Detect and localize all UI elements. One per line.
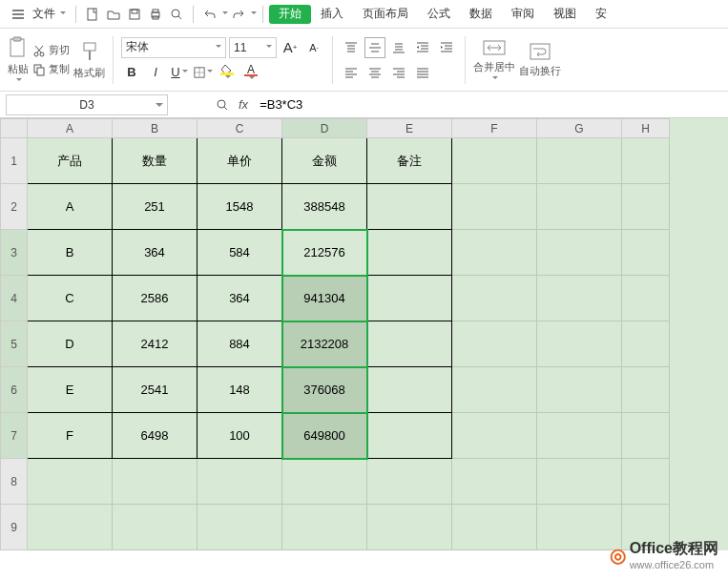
cell-b3[interactable]: 364 [113,230,198,276]
cell-h8[interactable] [622,459,670,505]
row-header-3[interactable]: 3 [1,230,28,276]
copy-button[interactable]: 复制 [32,61,70,78]
format-painter-button[interactable]: 格式刷 [73,39,105,80]
cell-b4[interactable]: 2586 [113,276,198,321]
cell-g3[interactable] [537,230,622,276]
cell-e8[interactable] [367,459,452,505]
col-header-g[interactable]: G [537,119,622,138]
select-all-corner[interactable] [1,119,28,138]
cell-e3[interactable] [367,230,452,276]
cell-h7[interactable] [622,413,670,459]
cell-e9[interactable] [367,505,452,550]
cell-a8[interactable] [28,459,113,505]
cell-a3[interactable]: B [28,230,113,276]
cell-f5[interactable] [452,321,537,367]
cell-a1[interactable]: 产品 [28,138,113,184]
fill-color-button[interactable] [217,62,238,83]
search-icon[interactable] [214,96,231,114]
decrease-indent-button[interactable] [412,37,433,58]
cell-d2[interactable]: 388548 [282,184,367,230]
cell-h3[interactable] [622,230,670,276]
align-right-button[interactable] [388,62,409,83]
cell-d1[interactable]: 金额 [282,138,367,184]
cell-g2[interactable] [537,184,622,230]
tab-insert[interactable]: 插入 [311,0,353,29]
print-icon[interactable] [147,6,164,23]
cell-g4[interactable] [537,276,622,321]
tab-page-layout[interactable]: 页面布局 [353,0,418,29]
name-box[interactable]: D3 [6,94,168,115]
increase-indent-button[interactable] [436,37,457,58]
font-color-button[interactable]: A [240,62,261,83]
menu-icon[interactable] [10,6,27,23]
cell-c1[interactable]: 单价 [198,138,282,184]
tab-start[interactable]: 开始 [269,5,311,24]
cell-c9[interactable] [198,505,282,550]
cell-b2[interactable]: 251 [113,184,198,230]
cell-a2[interactable]: A [28,184,113,230]
fx-icon[interactable]: fx [239,97,248,112]
cell-h6[interactable] [622,367,670,413]
col-header-c[interactable]: C [198,119,282,138]
cell-c8[interactable] [198,459,282,505]
cell-a9[interactable] [28,505,113,550]
cell-a5[interactable]: D [28,321,113,367]
font-name-select[interactable]: 宋体 [121,37,226,58]
cell-h2[interactable] [622,184,670,230]
tab-view[interactable]: 视图 [544,0,586,29]
open-icon[interactable] [105,6,122,23]
cell-d4[interactable]: 941304 [282,276,367,321]
cell-g7[interactable] [537,413,622,459]
col-header-e[interactable]: E [367,119,452,138]
cell-e7[interactable] [367,413,452,459]
cell-g8[interactable] [537,459,622,505]
new-icon[interactable] [84,6,101,23]
cell-c2[interactable]: 1548 [198,184,282,230]
tab-data[interactable]: 数据 [460,0,502,29]
cell-h4[interactable] [622,276,670,321]
italic-button[interactable]: I [145,62,166,83]
row-header-4[interactable]: 4 [1,276,28,321]
cell-g6[interactable] [537,367,622,413]
cell-a4[interactable]: C [28,276,113,321]
cell-e4[interactable] [367,276,452,321]
redo-dropdown[interactable] [251,11,257,17]
align-middle-button[interactable] [364,37,385,58]
cell-h5[interactable] [622,321,670,367]
cell-b8[interactable] [113,459,198,505]
cell-f4[interactable] [452,276,537,321]
redo-icon[interactable] [230,6,247,23]
cell-d6[interactable]: 376068 [282,367,367,413]
cut-button[interactable]: 剪切 [32,42,70,59]
cell-e1[interactable]: 备注 [367,138,452,184]
cell-d9[interactable] [282,505,367,550]
cell-b6[interactable]: 2541 [113,367,198,413]
cell-c5[interactable]: 884 [198,321,282,367]
row-header-8[interactable]: 8 [1,459,28,505]
align-center-button[interactable] [364,62,385,83]
save-icon[interactable] [126,6,143,23]
cell-a7[interactable]: F [28,413,113,459]
paste-button[interactable]: 粘贴 [8,35,29,84]
border-button[interactable] [193,62,214,83]
row-header-6[interactable]: 6 [1,367,28,413]
cell-c3[interactable]: 584 [198,230,282,276]
cell-e2[interactable] [367,184,452,230]
tab-review[interactable]: 审阅 [502,0,544,29]
cell-b7[interactable]: 6498 [113,413,198,459]
cell-d3[interactable]: 212576 [282,230,367,276]
cell-d5[interactable]: 2132208 [282,321,367,367]
col-header-d[interactable]: D [282,119,367,138]
cell-b1[interactable]: 数量 [113,138,198,184]
cell-f6[interactable] [452,367,537,413]
cell-f1[interactable] [452,138,537,184]
font-size-select[interactable]: 11 [229,37,277,58]
align-bottom-button[interactable] [388,37,409,58]
align-top-button[interactable] [341,37,362,58]
cell-f8[interactable] [452,459,537,505]
col-header-b[interactable]: B [113,119,198,138]
cell-c7[interactable]: 100 [198,413,282,459]
tab-formula[interactable]: 公式 [418,0,460,29]
cell-d8[interactable] [282,459,367,505]
align-left-button[interactable] [341,62,362,83]
